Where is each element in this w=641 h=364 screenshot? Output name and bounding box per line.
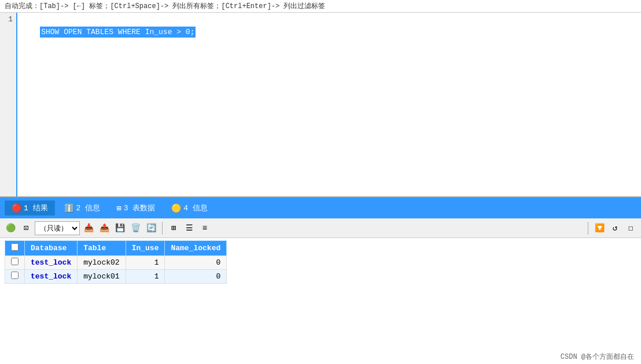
readonly-select[interactable]: （只读） 可编辑 <box>35 221 80 235</box>
toolbar-separator-2 <box>588 222 588 235</box>
toolbar-btn-copy[interactable]: ⊡ <box>19 221 33 235</box>
editor-area: 1 SHOW OPEN TABLES WHERE In_use > 0; <box>0 13 641 198</box>
tab-results-icon: 🔴 <box>12 203 21 213</box>
delete-icon: 🗑️ <box>131 223 141 233</box>
grid-icon: ⊞ <box>171 223 176 233</box>
import-icon: 📥 <box>84 223 94 233</box>
toolbar-btn-detail[interactable]: ≡ <box>198 221 212 235</box>
result-toolbar: 🟢 ⊡ （只读） 可编辑 📥 📤 💾 🗑️ 🔄 ⊞ ☰ <box>0 218 641 238</box>
toolbar-btn-refresh2[interactable]: ↺ <box>608 221 622 235</box>
toolbar-btn-checkbox[interactable]: ☐ <box>624 221 638 235</box>
row-database: test_lock <box>25 256 78 270</box>
tab-info-label: 2 信息 <box>76 203 101 213</box>
tabs-bar: 🔴 1 结果 ℹ️ 2 信息 ⊞ 3 表数据 🟡 4 信息 <box>0 198 641 218</box>
table-row: test_lockmylock0110 <box>5 270 227 284</box>
tab-tabledata-label: 3 表数据 <box>124 203 156 213</box>
hint-bar: 自动完成：[Tab]-> [←] 标签；[Ctrl+Space]-> 列出所有标… <box>0 0 641 13</box>
col-database: Database <box>25 241 78 256</box>
results-container: 🔴 1 结果 ℹ️ 2 信息 ⊞ 3 表数据 🟡 4 信息 🟢 ⊡ （只读） 可… <box>0 198 641 342</box>
header-checkbox[interactable] <box>11 243 19 251</box>
row-table: mylock01 <box>78 270 126 284</box>
line-number-1: 1 <box>8 15 13 24</box>
checkbox-icon: ☐ <box>628 223 633 233</box>
tab-info2-icon: 🟡 <box>171 203 181 213</box>
line-numbers: 1 <box>0 13 17 196</box>
row-checkbox-cell <box>5 256 25 270</box>
new-icon: 🟢 <box>6 223 16 233</box>
save-icon: 💾 <box>115 223 125 233</box>
table-wrapper: Database Table In_use Name_locked test_l… <box>0 238 641 342</box>
export-icon: 📤 <box>100 223 109 233</box>
col-checkbox <box>5 241 25 256</box>
row-namelocked: 0 <box>165 270 227 284</box>
toolbar-btn-export[interactable]: 📤 <box>97 221 111 235</box>
results-table: Database Table In_use Name_locked test_l… <box>5 240 227 284</box>
list-icon: ☰ <box>186 223 193 233</box>
toolbar-right: 🔽 ↺ ☐ <box>585 221 638 235</box>
toolbar-btn-new[interactable]: 🟢 <box>3 221 17 235</box>
tab-info2-label: 4 信息 <box>183 203 208 213</box>
table-row: test_lockmylock0210 <box>5 256 227 270</box>
row-namelocked: 0 <box>165 256 227 270</box>
toolbar-btn-import[interactable]: 📥 <box>82 221 95 235</box>
detail-icon: ≡ <box>202 224 207 233</box>
hint-text: 自动完成：[Tab]-> [←] 标签；[Ctrl+Space]-> 列出所有标… <box>5 2 325 10</box>
col-inuse: In_use <box>126 241 165 256</box>
toolbar-btn-refresh[interactable]: 🔄 <box>144 221 158 235</box>
row-inuse: 1 <box>126 256 165 270</box>
row-inuse: 1 <box>126 270 165 284</box>
copy-icon: ⊡ <box>24 223 28 233</box>
footer-credit: CSDN @各个方面都自在 <box>554 350 641 364</box>
refresh2-icon: ↺ <box>613 223 617 233</box>
row-checkbox[interactable] <box>11 272 19 279</box>
toolbar-btn-save[interactable]: 💾 <box>113 221 127 235</box>
tab-tabledata-icon: ⊞ <box>116 203 121 213</box>
col-namelocked: Name_locked <box>165 241 227 256</box>
tab-results-label: 1 结果 <box>24 203 48 213</box>
tab-info2[interactable]: 🟡 4 信息 <box>164 200 215 216</box>
table-body: test_lockmylock0210test_lockmylock0110 <box>5 256 227 284</box>
row-table: mylock02 <box>78 256 126 270</box>
refresh-icon: 🔄 <box>146 223 156 233</box>
toolbar-btn-grid[interactable]: ⊞ <box>167 221 180 235</box>
sql-statement: SHOW OPEN TABLES WHERE In_use > 0; <box>40 27 196 38</box>
tab-info-icon: ℹ️ <box>64 203 74 213</box>
row-database: test_lock <box>25 270 78 284</box>
tab-results[interactable]: 🔴 1 结果 <box>5 200 55 216</box>
toolbar-separator-1 <box>162 222 163 235</box>
toolbar-btn-delete[interactable]: 🗑️ <box>128 221 142 235</box>
table-header-row: Database Table In_use Name_locked <box>5 241 227 256</box>
tab-tabledata[interactable]: ⊞ 3 表数据 <box>109 200 162 216</box>
row-checkbox-cell <box>5 270 25 284</box>
code-content[interactable]: SHOW OPEN TABLES WHERE In_use > 0; <box>17 13 641 196</box>
credit-text: CSDN @各个方面都自在 <box>561 353 634 361</box>
tab-info[interactable]: ℹ️ 2 信息 <box>57 200 108 216</box>
row-checkbox[interactable] <box>11 258 19 265</box>
toolbar-btn-list[interactable]: ☰ <box>182 221 196 235</box>
filter-icon: 🔽 <box>595 223 605 233</box>
toolbar-btn-filter[interactable]: 🔽 <box>592 221 606 235</box>
col-table: Table <box>78 241 126 256</box>
